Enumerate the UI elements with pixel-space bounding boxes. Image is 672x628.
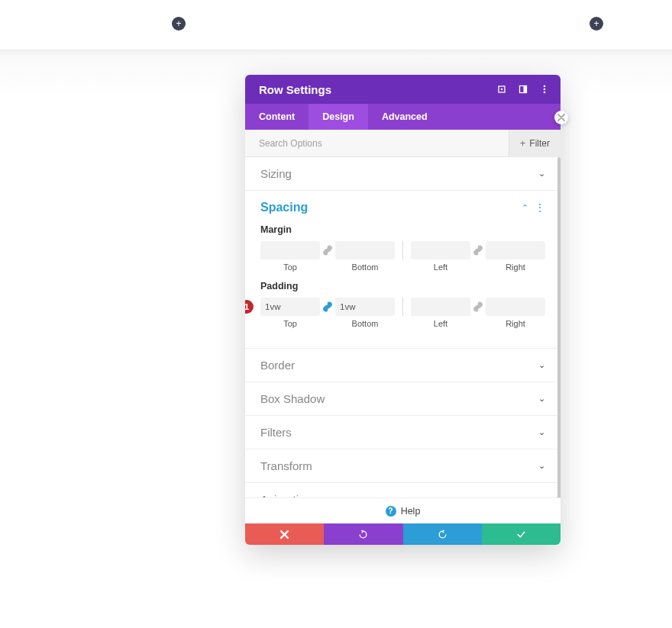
section-title: Sizing	[260, 167, 292, 180]
sublabel-left: Left	[411, 319, 470, 328]
add-section-button-right[interactable]: +	[590, 17, 603, 31]
padding-top-input[interactable]	[260, 298, 320, 316]
footer-bar	[245, 523, 561, 545]
section-sizing: Sizing ⌄	[245, 157, 561, 191]
section-transform: Transform ⌄	[245, 449, 561, 483]
dock-icon[interactable]	[518, 84, 528, 95]
help-label: Help	[401, 506, 421, 517]
padding-sublabels: Top Bottom Left Right	[260, 319, 545, 328]
page-builder-canvas: Row Settings Content Design Advanced	[0, 50, 672, 628]
sublabel-bottom: Bottom	[335, 262, 395, 272]
expand-icon[interactable]	[496, 84, 507, 95]
section-kebab-icon[interactable]: ⋮	[535, 202, 545, 213]
chevron-down-icon: ⌄	[538, 394, 545, 404]
section-border-header[interactable]: Border ⌄	[245, 349, 561, 382]
sublabel-right: Right	[486, 262, 545, 272]
margin-inputs	[260, 241, 545, 259]
tab-content[interactable]: Content	[245, 104, 309, 130]
section-box-shadow: Box Shadow ⌄	[245, 382, 561, 416]
sublabel-right: Right	[486, 319, 545, 328]
undo-icon	[358, 530, 368, 539]
padding-left-input[interactable]	[411, 298, 470, 316]
section-filters: Filters ⌄	[245, 416, 561, 449]
section-title: Border	[260, 359, 295, 372]
link-icon[interactable]	[321, 243, 334, 257]
section-title: Animation	[260, 493, 312, 498]
margin-sublabels: Top Bottom Left Right	[260, 262, 545, 272]
undo-button[interactable]	[324, 523, 402, 545]
svg-point-5	[544, 89, 546, 91]
search-input[interactable]	[245, 138, 509, 149]
chevron-down-icon: ⌄	[538, 427, 545, 437]
padding-label: Padding	[260, 281, 545, 291]
chevron-down-icon: ⌄	[538, 461, 545, 471]
callout-marker-1: 1	[245, 300, 254, 314]
close-icon	[557, 114, 565, 121]
help-icon: ?	[386, 506, 396, 517]
margin-right-input[interactable]	[486, 241, 545, 259]
padding-right-input[interactable]	[486, 298, 545, 316]
chevron-down-icon: ⌄	[538, 494, 545, 498]
link-icon[interactable]	[471, 243, 485, 257]
sublabel-top: Top	[260, 262, 320, 272]
discard-button[interactable]	[245, 523, 324, 545]
filter-label: Filter	[529, 138, 550, 149]
tab-bar: Content Design Advanced	[245, 104, 561, 130]
chevron-up-icon: ⌃	[522, 203, 528, 213]
accordion: Sizing ⌄ Spacing ⌃ ⋮ Margin	[245, 157, 561, 498]
redo-icon	[438, 530, 447, 539]
section-title: Box Shadow	[260, 392, 325, 405]
modal-header: Row Settings	[245, 75, 561, 104]
add-section-button-left[interactable]: +	[172, 17, 186, 31]
padding-bottom-input[interactable]	[335, 298, 395, 316]
padding-inputs: 1	[260, 298, 545, 316]
chevron-down-icon: ⌄	[538, 360, 545, 370]
margin-left-input[interactable]	[411, 241, 470, 259]
chevron-down-icon: ⌄	[538, 169, 545, 179]
link-icon-active[interactable]	[321, 300, 334, 314]
close-icon	[280, 530, 289, 539]
section-title: Transform	[260, 459, 312, 472]
link-icon[interactable]	[471, 300, 485, 314]
margin-bottom-input[interactable]	[335, 241, 395, 259]
section-sizing-header[interactable]: Sizing ⌄	[245, 157, 561, 190]
modal-title: Row Settings	[259, 83, 331, 96]
section-spacing-body: Margin	[245, 224, 561, 348]
tab-design[interactable]: Design	[309, 104, 368, 130]
plus-icon: +	[520, 137, 526, 149]
search-row: + Filter	[245, 130, 561, 157]
section-spacing: Spacing ⌃ ⋮ Margin	[245, 191, 561, 349]
svg-point-1	[501, 89, 503, 91]
confirm-button[interactable]	[482, 523, 561, 545]
kebab-icon[interactable]	[539, 84, 550, 95]
margin-top-input[interactable]	[260, 241, 320, 259]
section-filters-header[interactable]: Filters ⌄	[245, 416, 561, 449]
sublabel-top: Top	[260, 319, 320, 328]
section-title: Filters	[260, 426, 292, 439]
check-icon	[516, 530, 526, 539]
section-transform-header[interactable]: Transform ⌄	[245, 449, 561, 482]
section-box-shadow-header[interactable]: Box Shadow ⌄	[245, 382, 561, 415]
tab-advanced[interactable]: Advanced	[368, 104, 441, 130]
filter-button[interactable]: + Filter	[509, 130, 561, 157]
svg-point-6	[544, 92, 546, 94]
svg-point-4	[544, 85, 546, 88]
row-settings-modal: Row Settings Content Design Advanced	[245, 75, 561, 545]
page-builder-top: + +	[0, 0, 672, 50]
section-animation-header[interactable]: Animation ⌄	[245, 483, 561, 498]
help-button[interactable]: ? Help	[245, 498, 561, 523]
margin-label: Margin	[260, 224, 545, 235]
sublabel-left: Left	[411, 262, 470, 272]
redo-button[interactable]	[403, 523, 482, 545]
svg-rect-3	[524, 86, 527, 93]
scrollbar[interactable]	[557, 157, 561, 498]
section-border: Border ⌄	[245, 349, 561, 382]
close-modal-button[interactable]	[554, 111, 568, 124]
sublabel-bottom: Bottom	[335, 319, 395, 328]
section-animation: Animation ⌄	[245, 483, 561, 498]
section-spacing-header[interactable]: Spacing ⌃ ⋮	[245, 191, 561, 224]
section-title: Spacing	[260, 201, 308, 214]
